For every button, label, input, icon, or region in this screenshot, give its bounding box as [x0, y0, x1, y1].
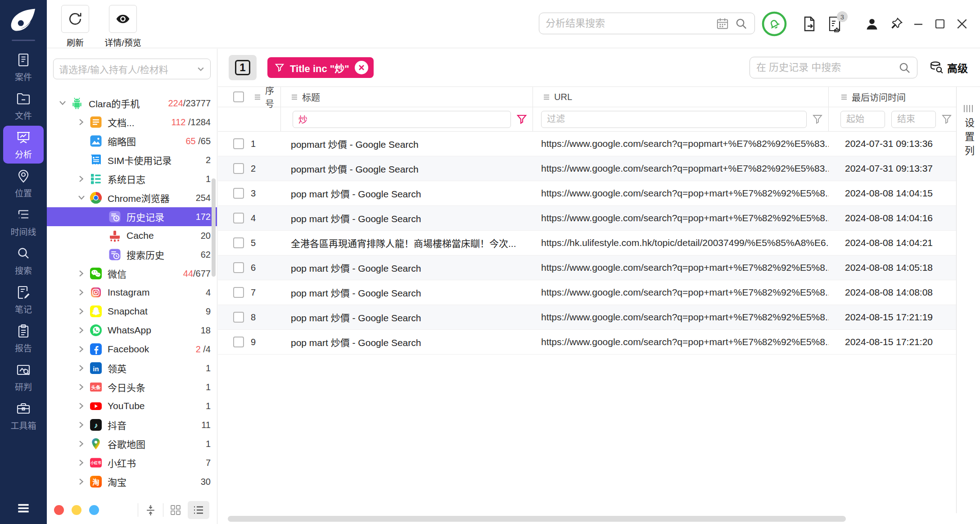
- tag-red-dot[interactable]: [54, 505, 64, 515]
- chevron-right-icon[interactable]: [74, 175, 89, 182]
- funnel-icon[interactable]: [812, 114, 823, 125]
- sidebar-item-toolbox[interactable]: 工具箱: [3, 397, 44, 435]
- user-icon[interactable]: [865, 16, 879, 32]
- tree-node-toutiao[interactable]: 头条 今日头条 1: [47, 378, 217, 396]
- sidebar-item-case[interactable]: 案件: [3, 48, 44, 86]
- global-search-input[interactable]: [546, 18, 710, 29]
- tree-node-whatsapp[interactable]: WhatsApp 18: [47, 321, 217, 340]
- tree-node-system-log[interactable]: 系统日志 1: [47, 169, 217, 188]
- chevron-right-icon[interactable]: [74, 118, 89, 126]
- table-row[interactable]: 1 popmart 炒價 - Google Search https://www…: [218, 132, 956, 156]
- funnel-icon-active[interactable]: [516, 114, 527, 125]
- row-checkbox[interactable]: [233, 312, 244, 323]
- table-search-box[interactable]: [750, 57, 917, 78]
- list-view-icon[interactable]: [188, 501, 209, 519]
- time-start-input[interactable]: [840, 111, 885, 128]
- chevron-right-icon[interactable]: [74, 308, 89, 315]
- chevron-right-icon[interactable]: [74, 270, 89, 277]
- column-header[interactable]: 最后访问时间: [852, 91, 906, 104]
- table-row[interactable]: 8 pop mart 炒價 - Google Search https://ww…: [218, 305, 956, 330]
- minimize-button[interactable]: [912, 18, 924, 30]
- tree-node-device[interactable]: Clara的手机 224/23777: [47, 94, 217, 113]
- tree-scrollbar[interactable]: [212, 178, 216, 277]
- tree-node-facebook[interactable]: Facebook 2 /4: [47, 340, 217, 359]
- tree-node-xiaohongshu[interactable]: 小红书 小红书 7: [47, 453, 217, 472]
- close-button[interactable]: [956, 18, 968, 30]
- search-icon[interactable]: [899, 62, 911, 74]
- calendar-icon[interactable]: [716, 17, 729, 30]
- maximize-button[interactable]: [934, 18, 946, 30]
- row-checkbox[interactable]: [233, 337, 244, 347]
- table-row[interactable]: 6 pop mart 炒價 - Google Search https://ww…: [218, 255, 956, 280]
- tree-node-google-maps[interactable]: 谷歌地图 1: [47, 434, 217, 453]
- tree-node-snapchat[interactable]: Snapchat 9: [47, 302, 217, 321]
- table-row[interactable]: 3 pop mart 炒價 - Google Search https://ww…: [218, 181, 956, 206]
- chevron-right-icon[interactable]: [74, 383, 89, 391]
- table-row[interactable]: 2 popmart 炒價 - Google Search https://www…: [218, 156, 956, 181]
- tag-yellow-dot[interactable]: [72, 505, 81, 515]
- menu-icon[interactable]: [15, 500, 32, 517]
- tree-node-thumbnails[interactable]: 缩略图 65 /65: [47, 132, 217, 150]
- active-filter-chip[interactable]: Title inc "炒": [267, 57, 374, 78]
- tree-node-cache[interactable]: Cache 20: [47, 226, 217, 245]
- chevron-right-icon[interactable]: [74, 327, 89, 334]
- row-checkbox[interactable]: [233, 237, 244, 248]
- tree-node-history-selected[interactable]: 历史记录 172: [47, 207, 217, 226]
- tree-node-chrome[interactable]: Chrome浏览器 254: [47, 188, 217, 207]
- column-header[interactable]: 序号: [265, 87, 280, 110]
- tag-blue-dot[interactable]: [89, 505, 99, 515]
- row-checkbox[interactable]: [233, 163, 244, 174]
- preview-button[interactable]: 详情/预览: [107, 5, 139, 48]
- row-checkbox[interactable]: [233, 138, 244, 149]
- table-search-input[interactable]: [756, 62, 899, 73]
- tree-node-youtube[interactable]: YouTube 1: [47, 396, 217, 415]
- tree-node-linkedin[interactable]: in 领英 1: [47, 359, 217, 378]
- global-search-box[interactable]: [539, 13, 755, 34]
- sidebar-item-notes[interactable]: 笔记: [3, 281, 44, 319]
- table-row[interactable]: 9 pop mart 炒價 - Google Search https://ww…: [218, 330, 956, 355]
- tree-node-sim-usage[interactable]: SIM卡使用记录 2: [47, 150, 217, 169]
- chevron-right-icon[interactable]: [74, 478, 89, 485]
- select-all-checkbox[interactable]: [233, 91, 244, 102]
- grid-view-icon[interactable]: [170, 504, 181, 516]
- table-row[interactable]: 4 pop mart 炒價 - Google Search https://ww…: [218, 206, 956, 231]
- task-list-icon[interactable]: 3: [827, 15, 842, 32]
- sidebar-item-report[interactable]: 报告: [3, 319, 44, 357]
- chevron-right-icon[interactable]: [74, 459, 89, 466]
- title-filter-input[interactable]: [293, 111, 511, 128]
- tree-node-documents[interactable]: 文档... 112 /1284: [47, 113, 217, 132]
- pin-icon[interactable]: [889, 17, 903, 31]
- tab-result-1[interactable]: 1: [229, 55, 257, 80]
- sidebar-item-analysis[interactable]: 分析: [3, 126, 44, 164]
- sidebar-item-timeline[interactable]: 时间线: [3, 203, 44, 241]
- row-checkbox[interactable]: [233, 287, 244, 298]
- time-end-input[interactable]: [891, 111, 936, 128]
- sidebar-item-judge[interactable]: 研判: [3, 358, 44, 396]
- export-file-icon[interactable]: [802, 16, 817, 32]
- search-icon[interactable]: [735, 18, 747, 30]
- url-filter-input[interactable]: [541, 111, 807, 128]
- advanced-search-button[interactable]: 高级: [930, 60, 968, 75]
- chevron-right-icon[interactable]: [74, 365, 89, 372]
- chevron-right-icon[interactable]: [74, 421, 89, 428]
- chevron-down-icon[interactable]: [74, 194, 89, 201]
- notification-ring-icon[interactable]: [761, 11, 787, 37]
- horizontal-scrollbar[interactable]: [228, 516, 846, 522]
- table-row[interactable]: 5 全港各區再現通宵排隊人龍！商場樓梯當床瞓！今次... https://hk.…: [218, 231, 956, 255]
- sidebar-item-location[interactable]: 位置: [3, 164, 44, 202]
- refresh-button[interactable]: 刷新: [59, 5, 91, 48]
- tree-node-search-history[interactable]: 搜索历史 62: [47, 245, 217, 264]
- holder-filter-select[interactable]: 请选择/输入持有人/检材料: [53, 59, 211, 79]
- column-header[interactable]: URL: [554, 92, 572, 102]
- column-header[interactable]: 标题: [302, 91, 320, 104]
- funnel-icon[interactable]: [941, 114, 952, 125]
- chevron-right-icon[interactable]: [74, 346, 89, 353]
- tree-node-instagram[interactable]: Instagram 4: [47, 283, 217, 302]
- tree-node-wechat[interactable]: 微信 44/677: [47, 264, 217, 283]
- tree-node-taobao[interactable]: 淘 淘宝 30: [47, 472, 217, 491]
- remove-filter-icon[interactable]: [355, 61, 368, 74]
- chevron-right-icon[interactable]: [74, 440, 89, 447]
- sidebar-item-files[interactable]: 文件: [3, 87, 44, 125]
- chevron-right-icon[interactable]: [74, 402, 89, 410]
- chevron-down-icon[interactable]: [55, 100, 70, 107]
